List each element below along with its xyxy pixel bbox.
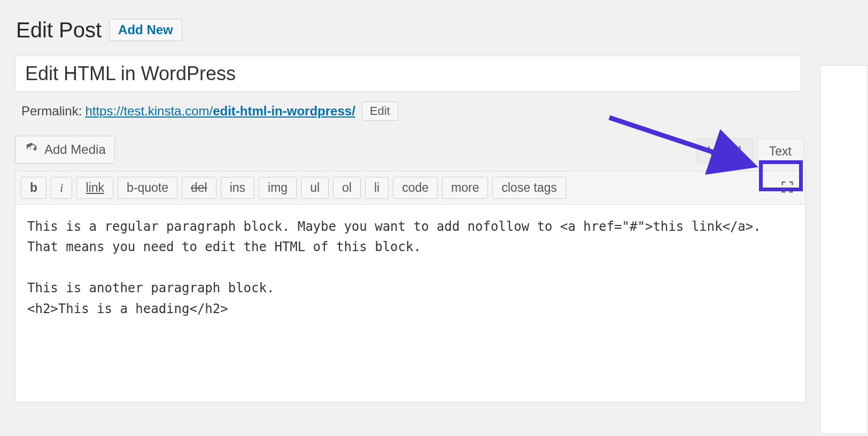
permalink-base: https://test.kinsta.com/ — [85, 104, 213, 118]
qt-link-button[interactable]: link — [76, 177, 113, 199]
qt-more-button[interactable]: more — [442, 177, 488, 199]
editor-tabs: Visual Text — [696, 138, 804, 164]
qt-code-button[interactable]: code — [393, 177, 438, 199]
add-new-button[interactable]: Add New — [109, 19, 182, 41]
qt-img-button[interactable]: img — [259, 177, 297, 199]
qt-del-button[interactable]: del — [182, 177, 216, 199]
add-media-label: Add Media — [44, 142, 106, 157]
fullscreen-button[interactable] — [774, 177, 800, 198]
qt-ins-button[interactable]: ins — [221, 177, 254, 199]
post-content-textarea[interactable] — [15, 205, 806, 402]
quicktags-toolbar: b i link b-quote del ins img ul ol li co… — [15, 171, 806, 205]
page-title: Edit Post — [16, 16, 102, 44]
qt-ul-button[interactable]: ul — [301, 177, 329, 199]
permalink-row: Permalink: https://test.kinsta.com/edit-… — [21, 102, 857, 121]
camera-music-icon — [24, 141, 39, 159]
qt-li-button[interactable]: li — [365, 177, 389, 199]
qt-bquote-button[interactable]: b-quote — [118, 177, 177, 199]
edit-permalink-button[interactable]: Edit — [362, 102, 398, 121]
tab-visual[interactable]: Visual — [696, 138, 754, 164]
add-media-button[interactable]: Add Media — [15, 136, 115, 164]
tab-text[interactable]: Text — [757, 138, 804, 164]
fullscreen-icon — [780, 188, 795, 196]
qt-italic-button[interactable]: i — [51, 177, 72, 199]
qt-ol-button[interactable]: ol — [333, 177, 361, 199]
qt-bold-button[interactable]: b — [21, 177, 46, 199]
post-title-input[interactable] — [15, 56, 801, 92]
permalink-label: Permalink: — [21, 104, 82, 119]
qt-closetags-button[interactable]: close tags — [492, 177, 566, 199]
permalink-slug: edit-html-in-wordpress/ — [213, 104, 355, 118]
permalink-link[interactable]: https://test.kinsta.com/edit-html-in-wor… — [85, 104, 355, 119]
sidebar-meta-strip — [820, 65, 868, 434]
